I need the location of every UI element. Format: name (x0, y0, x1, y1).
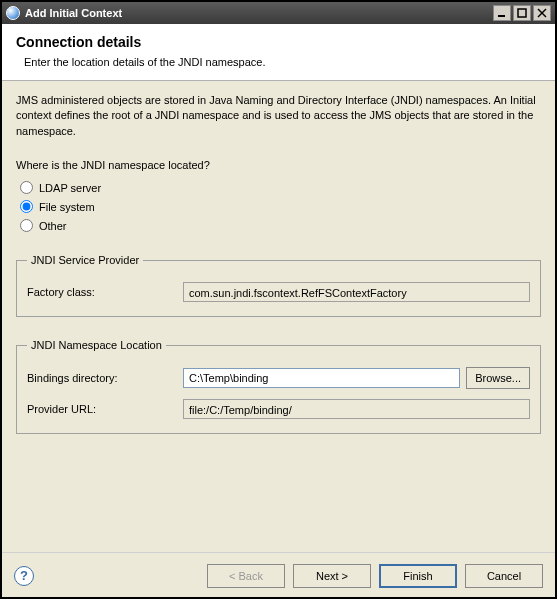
factory-class-label: Factory class: (27, 286, 177, 298)
wizard-header: Connection details Enter the location de… (2, 24, 555, 81)
jndi-service-provider-legend: JNDI Service Provider (27, 254, 143, 266)
provider-url-value: file:/C:/Temp/binding/ (183, 399, 530, 419)
provider-url-label: Provider URL: (27, 403, 177, 415)
bindings-directory-input[interactable] (183, 368, 460, 388)
file-system-radio[interactable] (20, 200, 33, 213)
jndi-namespace-location-group: JNDI Namespace Location Bindings directo… (16, 339, 541, 434)
help-icon[interactable]: ? (14, 566, 34, 586)
jndi-service-provider-group: JNDI Service Provider Factory class: com… (16, 254, 541, 317)
bindings-directory-label: Bindings directory: (27, 372, 177, 384)
other-radio[interactable] (20, 219, 33, 232)
close-button[interactable] (533, 5, 551, 21)
app-icon (6, 6, 20, 20)
ldap-server-radio[interactable] (20, 181, 33, 194)
location-question: Where is the JNDI namespace located? (16, 159, 541, 171)
file-system-label: File system (39, 201, 95, 213)
ldap-server-label: LDAP server (39, 182, 101, 194)
description-text: JMS administered objects are stored in J… (16, 93, 541, 139)
factory-class-value: com.sun.jndi.fscontext.RefFSContextFacto… (183, 282, 530, 302)
svg-rect-1 (518, 9, 526, 17)
titlebar: Add Initial Context (2, 2, 555, 24)
next-button[interactable]: Next > (293, 564, 371, 588)
wizard-footer: ? < Back Next > Finish Cancel (2, 552, 555, 598)
cancel-button[interactable]: Cancel (465, 564, 543, 588)
finish-button[interactable]: Finish (379, 564, 457, 588)
jndi-namespace-location-legend: JNDI Namespace Location (27, 339, 166, 351)
wizard-content: JMS administered objects are stored in J… (2, 81, 555, 552)
page-subtitle: Enter the location details of the JNDI n… (24, 56, 541, 68)
minimize-button[interactable] (493, 5, 511, 21)
maximize-button[interactable] (513, 5, 531, 21)
other-label: Other (39, 220, 67, 232)
browse-button[interactable]: Browse... (466, 367, 530, 389)
window-title: Add Initial Context (25, 7, 493, 19)
page-title: Connection details (16, 34, 541, 50)
back-button: < Back (207, 564, 285, 588)
